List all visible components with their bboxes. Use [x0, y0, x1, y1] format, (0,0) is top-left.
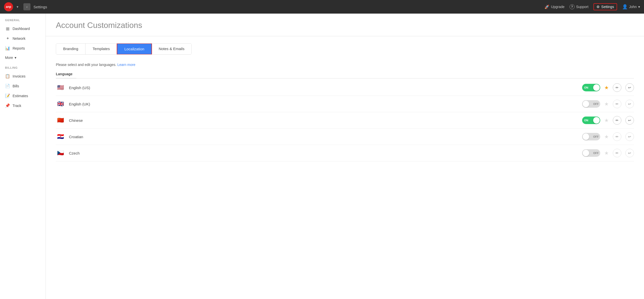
sidebar-item-bills[interactable]: 📄 Bills — [0, 81, 46, 91]
sidebar-more-label: More — [5, 56, 13, 60]
lang-edit-btn-0[interactable]: ✏ — [613, 83, 621, 92]
lang-edit-btn-4[interactable]: ✏ — [613, 149, 621, 157]
settings-button[interactable]: ⚙ Settings — [593, 3, 617, 10]
lang-name-1: English (UK) — [69, 102, 582, 106]
lang-star-1[interactable]: ★ — [604, 101, 609, 107]
lang-reset-btn-1[interactable]: ↩ — [625, 100, 634, 108]
language-row-0: 🇺🇸 English (US) ON ★ ✏ ↩ — [56, 80, 634, 96]
upgrade-icon: 🚀 — [544, 5, 549, 9]
language-row-3: 🇭🇷 Croatian OFF ★ ✏ ↩ — [56, 129, 634, 145]
lang-toggle-1[interactable]: OFF — [582, 100, 600, 108]
lang-toggle-0[interactable]: ON — [582, 84, 600, 91]
settings-label: Settings — [601, 5, 614, 9]
main-content: Account Customizations Branding Template… — [46, 14, 644, 299]
sidebar-item-bills-label: Bills — [13, 84, 19, 88]
lang-name-0: English (US) — [69, 86, 582, 90]
lang-name-2: Chinese — [69, 118, 582, 123]
lang-flag-2: 🇨🇳 — [56, 116, 65, 125]
sidebar-item-track-label: Track — [13, 104, 21, 108]
invoices-icon: 📋 — [5, 74, 10, 79]
sidebar-item-estimates[interactable]: 📝 Estimates — [0, 91, 46, 101]
user-chevron-icon: ▾ — [638, 5, 640, 9]
sidebar-item-track[interactable]: 📌 Track — [0, 101, 46, 110]
upgrade-label: Upgrade — [551, 5, 565, 9]
sidebar-general-label: GENERAL — [0, 19, 46, 24]
lang-toggle-4[interactable]: OFF — [582, 149, 600, 157]
lang-name-4: Czech — [69, 151, 582, 155]
support-button[interactable]: ? Support — [570, 4, 588, 9]
sidebar-item-estimates-label: Estimates — [13, 94, 28, 98]
language-row-2: 🇨🇳 Chinese ON ★ ✏ ↩ — [56, 112, 634, 129]
estimates-icon: 📝 — [5, 93, 10, 98]
lang-flag-1: 🇬🇧 — [56, 99, 65, 108]
lang-toggle-3[interactable]: OFF — [582, 133, 600, 140]
topnav-page-label: Settings — [33, 5, 47, 9]
upgrade-button[interactable]: 🚀 Upgrade — [544, 5, 565, 9]
lang-actions-0: ON ★ ✏ ↩ — [582, 83, 634, 92]
sidebar-more[interactable]: More ▾ — [0, 53, 46, 62]
lang-toggle-2[interactable]: ON — [582, 117, 600, 124]
lang-star-2[interactable]: ★ — [604, 117, 609, 123]
support-icon: ? — [570, 4, 575, 9]
lang-actions-3: OFF ★ ✏ ↩ — [582, 132, 634, 141]
sidebar-item-invoices[interactable]: 📋 Invoices — [0, 71, 46, 81]
logo-text: anp — [6, 5, 11, 9]
topnav-actions: 🚀 Upgrade ? Support ⚙ Settings 👤 John ▾ — [544, 3, 640, 10]
more-chevron-icon: ▾ — [15, 56, 16, 60]
tabs: Branding Templates Localization Notes & … — [56, 43, 192, 55]
sidebar-billing-label: BILLING — [0, 66, 46, 71]
lang-reset-btn-3[interactable]: ↩ — [625, 132, 634, 141]
lang-star-3[interactable]: ★ — [604, 134, 609, 140]
sidebar-item-dashboard[interactable]: ▦ Dashboard — [0, 24, 46, 33]
lang-name-3: Croatian — [69, 135, 582, 139]
lang-reset-btn-2[interactable]: ↩ — [625, 116, 634, 125]
topnav: anp ▾ ‹ Settings 🚀 Upgrade ? Support ⚙ S… — [0, 0, 644, 14]
language-row-1: 🇬🇧 English (UK) OFF ★ ✏ ↩ — [56, 96, 634, 112]
support-label: Support — [576, 5, 588, 9]
lang-actions-4: OFF ★ ✏ ↩ — [582, 149, 634, 157]
user-label: John — [629, 5, 637, 9]
lang-actions-1: OFF ★ ✏ ↩ — [582, 100, 634, 108]
content-area: Branding Templates Localization Notes & … — [46, 36, 644, 299]
logo[interactable]: anp — [4, 2, 13, 11]
lang-star-0[interactable]: ★ — [604, 85, 609, 91]
lang-actions-2: ON ★ ✏ ↩ — [582, 116, 634, 125]
lang-edit-btn-2[interactable]: ✏ — [613, 116, 621, 125]
lang-description: Please select and edit your languages. L… — [56, 63, 634, 67]
language-row-4: 🇨🇿 Czech OFF ★ ✏ ↩ — [56, 145, 634, 161]
user-avatar-icon: 👤 — [622, 4, 628, 10]
lang-edit-btn-3[interactable]: ✏ — [613, 132, 621, 141]
page-header: Account Customizations — [46, 14, 644, 36]
sidebar: GENERAL ▦ Dashboard ✦ Network 📊 Reports … — [0, 14, 46, 299]
learn-more-link[interactable]: Learn more — [117, 63, 135, 67]
lang-edit-btn-1[interactable]: ✏ — [613, 100, 621, 108]
page-title: Account Customizations — [56, 21, 634, 30]
logo-chevron[interactable]: ▾ — [17, 5, 18, 9]
lang-flag-4: 🇨🇿 — [56, 148, 65, 158]
lang-reset-btn-0[interactable]: ↩ — [625, 83, 634, 92]
language-list: 🇺🇸 English (US) ON ★ ✏ ↩ 🇬🇧 English (UK)… — [56, 80, 634, 161]
tab-branding[interactable]: Branding — [56, 44, 86, 54]
user-menu[interactable]: 👤 John ▾ — [622, 4, 640, 10]
lang-reset-btn-4[interactable]: ↩ — [625, 149, 634, 157]
reports-icon: 📊 — [5, 46, 10, 51]
tab-notes-emails[interactable]: Notes & Emails — [152, 44, 192, 54]
sidebar-item-network-label: Network — [13, 36, 25, 41]
sidebar-item-dashboard-label: Dashboard — [13, 27, 30, 31]
tab-localization[interactable]: Localization — [117, 43, 152, 55]
lang-flag-3: 🇭🇷 — [56, 132, 65, 141]
lang-star-4[interactable]: ★ — [604, 150, 609, 156]
dashboard-icon: ▦ — [5, 26, 10, 31]
sidebar-item-reports[interactable]: 📊 Reports — [0, 43, 46, 53]
bills-icon: 📄 — [5, 84, 10, 88]
track-icon: 📌 — [5, 103, 10, 108]
tab-templates[interactable]: Templates — [86, 44, 117, 54]
back-button[interactable]: ‹ — [23, 3, 30, 10]
network-icon: ✦ — [5, 36, 10, 41]
sidebar-item-network[interactable]: ✦ Network — [0, 33, 46, 43]
lang-column-header: Language — [56, 70, 76, 78]
lang-flag-0: 🇺🇸 — [56, 83, 65, 92]
sidebar-item-invoices-label: Invoices — [13, 74, 25, 78]
settings-icon: ⚙ — [596, 5, 600, 9]
sidebar-item-reports-label: Reports — [13, 46, 25, 50]
